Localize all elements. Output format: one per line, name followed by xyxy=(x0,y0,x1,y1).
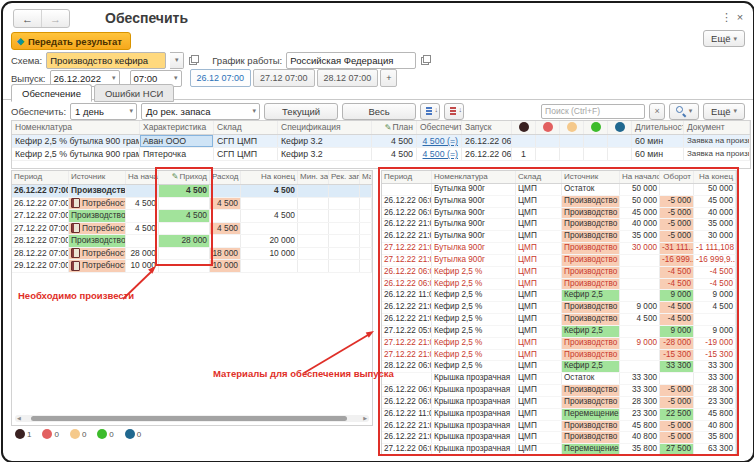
table-row[interactable]: 26.12.22 06:00Бутылка 900гЦМППроизводств… xyxy=(382,208,736,220)
table-row[interactable]: 26.12.22 06:00Кефир 2,5 %ЦМППроизводство… xyxy=(382,267,736,279)
table-row[interactable]: Бутылка 900гЦМПОстаток50 00050 000 xyxy=(382,184,736,196)
scroll-left-icon[interactable]: ◀ xyxy=(17,416,21,421)
legend-count: 0 xyxy=(109,430,113,439)
provide-link[interactable]: 4 500 (=) xyxy=(423,149,458,159)
table-row[interactable]: Кефир 2,5 % бутылка 900 граммПятерочкаСГ… xyxy=(12,148,750,161)
cell-max-stock xyxy=(360,260,372,272)
release-slot-1[interactable]: 26.12 07:00 xyxy=(190,69,252,87)
table-row[interactable]: 27.12.22 07:00Потребность4 5004 500 xyxy=(12,223,372,236)
back-button[interactable]: ← xyxy=(14,10,41,27)
open-link-icon[interactable] xyxy=(420,54,432,66)
table-row[interactable]: 26.12.22 06:00Крышка прозрачнаяЦМППроизв… xyxy=(382,397,736,409)
table-row[interactable]: 26.12.22 11:00Крышка прозрачнаяЦМППереме… xyxy=(382,409,736,421)
table-row[interactable]: 27.12.22 21:00Кефир 2,5 %ЦМППроизводство… xyxy=(382,338,736,350)
schedule-input[interactable]: Российская Федерация xyxy=(286,52,416,69)
add-slot-button[interactable]: + xyxy=(380,69,397,87)
sort-asc-button[interactable] xyxy=(420,103,440,120)
cell-start xyxy=(620,326,660,337)
scrollbar-thumb[interactable] xyxy=(31,416,347,421)
cell-turnover: -5 000 xyxy=(660,208,694,219)
sort-desc-button[interactable] xyxy=(444,103,464,120)
replenish-select[interactable]: До рек. запаса▾ xyxy=(141,103,260,120)
table-row[interactable]: 26.12.22 06:00Бутылка 900гЦМППроизводств… xyxy=(382,196,736,208)
table-row[interactable]: 28.12.22 06:00Кефир 2,5 %ЦМПКефир 2,533 … xyxy=(382,361,736,373)
cell-warehouse: ЦМП xyxy=(516,385,562,396)
table-row[interactable]: 27.12.22 05:00Кефир 2,5 %ЦМПКефир 2,59 0… xyxy=(382,326,736,338)
cell-period: 26.12.22 07:00 xyxy=(12,185,69,197)
release-slot-2[interactable]: 27.12 07:00 xyxy=(253,69,315,87)
supply-table: ПериодИсточникНа начало✎ПриходРасходНа к… xyxy=(11,170,373,426)
legend-item: 1 xyxy=(15,430,31,439)
table-row[interactable]: 26.12.22 06:00Крышка прозрачнаяЦМППроизв… xyxy=(382,385,736,397)
close-icon[interactable]: × xyxy=(735,11,745,23)
materials-table-body: Бутылка 900гЦМПОстаток50 00050 00026.12.… xyxy=(382,184,736,456)
column-header: Спецификация xyxy=(278,121,372,134)
search-input[interactable] xyxy=(541,104,645,119)
period-select[interactable]: 1 день▾ xyxy=(70,103,137,120)
cell-end: 45 000 xyxy=(694,196,736,207)
search-icon xyxy=(676,106,686,116)
table-row[interactable]: Крышка прозрачнаяЦМПОстаток33 30033 300 xyxy=(382,373,736,385)
supply-table-body: 26.12.22 07:00Производств...4 5004 50026… xyxy=(12,185,372,273)
cell-turnover: 9 000 xyxy=(660,326,694,337)
table-row[interactable]: 26.12.22 21:00Бутылка 900гЦМППроизводств… xyxy=(382,219,736,231)
tab-nsi-errors[interactable]: Ошибки НСИ xyxy=(94,84,174,102)
scheme-dropdown-button[interactable]: ▾ xyxy=(170,52,184,69)
period-value: 1 день xyxy=(75,106,104,117)
search-clear-button[interactable]: × xyxy=(649,103,665,120)
cell-source: Производство к... xyxy=(562,338,620,349)
table-row[interactable]: Кефир 2,5 % бутылка 900 граммАван ОООСГП… xyxy=(12,135,750,148)
search-button[interactable]: ▾ xyxy=(669,103,699,120)
cell-warehouse: ЦМП xyxy=(516,314,562,325)
table-row[interactable]: 26.12.22 07:00Потребность4 5004 500 xyxy=(12,198,372,211)
table-row[interactable]: 27.12.22 06:00Крышка прозрачнаяЦМППереме… xyxy=(382,444,736,456)
cell-expense: 4 500 xyxy=(210,198,241,210)
table-row[interactable]: 27.12.22 21:00Бутылка 900гЦМППроизводств… xyxy=(382,255,736,267)
open-link-icon[interactable] xyxy=(188,54,200,66)
cell-turnover: -15 300 xyxy=(660,350,694,361)
more-button-table[interactable]: Ещё▾ xyxy=(703,103,745,120)
scroll-right-icon[interactable]: ▶ xyxy=(363,416,367,421)
column-header: Склад xyxy=(214,121,278,134)
table-row[interactable]: 28.12.22 07:00Потребность28 00018 00010 … xyxy=(12,248,372,261)
cell-turnover: -5 000 xyxy=(660,432,694,443)
current-button[interactable]: Текущий xyxy=(264,103,338,120)
more-button-top[interactable]: Ещё▾ xyxy=(703,30,745,47)
table-row[interactable]: 26.12.22 21:00Кефир 2,5 %ЦМППроизводство… xyxy=(382,314,736,326)
table-row[interactable]: 27.12.22 21:00Бутылка 900гЦМППроизводств… xyxy=(382,243,736,255)
cell-max-stock xyxy=(360,248,372,260)
table-row[interactable]: 26.12.22 21:00Кефир 2,5 %ЦМППроизводство… xyxy=(382,302,736,314)
column-header: Период xyxy=(12,171,69,184)
tab-supply[interactable]: Обеспечение xyxy=(11,84,92,102)
table-row[interactable]: 27.12.22 21:00Кефир 2,5 %ЦМППроизводство… xyxy=(382,350,736,362)
table-row[interactable]: 29.12.22 07:00Потребность10 00010 000 xyxy=(12,260,372,273)
scheme-input[interactable]: Производство кефира xyxy=(46,52,166,69)
table-row[interactable]: 26.12.22 07:00Производств...4 5004 500 xyxy=(12,185,372,198)
cell-period: 28.12.22 06:00 xyxy=(382,361,432,372)
cell-period: 26.12.22 11:00 xyxy=(382,409,432,420)
table-row[interactable]: 27.12.22 07:00Производство ...4 5004 500 xyxy=(12,210,372,223)
cell-start: 45 000 xyxy=(620,208,660,219)
scheme-label: Схема: xyxy=(11,55,42,66)
all-button[interactable]: Весь xyxy=(342,103,416,120)
legend-count: 0 xyxy=(137,430,141,439)
cell-period: 26.12.22 21:00 xyxy=(382,432,432,443)
table-row[interactable]: 26.12.22 21:00Крышка прозрачнаяЦМППроизв… xyxy=(382,421,736,433)
cell-nomenclature: Кефир 2,5 % бутылка 900 грамм xyxy=(12,148,140,160)
transfer-result-button[interactable]: ◆ Передать результат xyxy=(11,32,131,50)
release-slot-3[interactable]: 28.12 07:00 xyxy=(317,69,379,87)
table-row[interactable]: 26.12.22 21:00Крышка прозрачнаяЦМППроизв… xyxy=(382,432,736,444)
table-row[interactable]: 26.12.22 06:00Кефир 2,5 %ЦМППроизводство… xyxy=(382,279,736,291)
chevron-down-icon: ▾ xyxy=(112,74,116,82)
cell-characteristic: Аван ООО xyxy=(140,135,214,147)
provide-link[interactable]: 4 500 (=) xyxy=(423,136,458,146)
table-row[interactable]: 28.12.22 07:00Производство ...28 00020 0… xyxy=(12,235,372,248)
table-row[interactable]: 26.12.22 11:00Кефир 2,5 %ЦМПКефир 2,59 0… xyxy=(382,290,736,302)
horizontal-scrollbar[interactable]: ◀ ▶ xyxy=(15,415,369,422)
status-circle-icon xyxy=(615,122,625,132)
window-menu-icon[interactable]: ⋮ xyxy=(721,11,731,24)
forward-button[interactable]: → xyxy=(41,10,69,27)
chevron-down-icon: ▾ xyxy=(733,107,737,115)
table-row[interactable]: 26.12.22 21:00Бутылка 900гЦМППроизводств… xyxy=(382,231,736,243)
cell-start xyxy=(620,361,660,372)
